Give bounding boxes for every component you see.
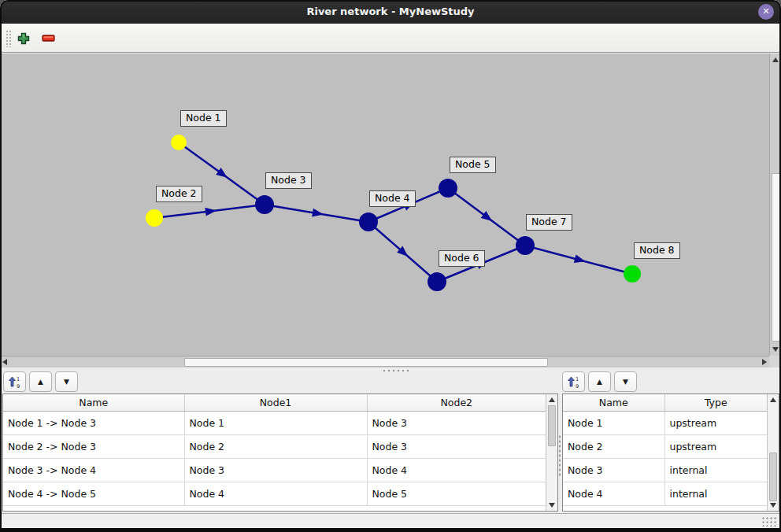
- edges-table-scrollbar[interactable]: [546, 394, 557, 511]
- flow-direction-arrow-icon: [574, 254, 586, 263]
- edges-sort-button[interactable]: 1 9: [3, 371, 26, 392]
- node-label[interactable]: Node 3: [265, 172, 312, 189]
- vertical-scroll-thumb[interactable]: [772, 173, 780, 342]
- graph-node[interactable]: [624, 265, 641, 283]
- node-label[interactable]: Node 4: [369, 190, 416, 207]
- nodes-move-up-button[interactable]: ▲: [588, 371, 611, 392]
- table-cell[interactable]: Node 3: [184, 458, 367, 482]
- toolbar-grip-handle[interactable]: [6, 30, 12, 47]
- graph-node[interactable]: [255, 195, 274, 214]
- table-cell[interactable]: Node 4 -> Node 5: [3, 482, 184, 505]
- scroll-thumb[interactable]: [548, 405, 556, 446]
- river-network-window: River network - MyNewStudy ✕ Node 1Node …: [0, 0, 781, 532]
- table-row[interactable]: Node 3 -> Node 4Node 3Node 4: [3, 458, 546, 482]
- table-row[interactable]: Node 4internal: [563, 482, 767, 505]
- tables-splitter-handle[interactable]: [558, 434, 561, 477]
- scroll-left-icon[interactable]: [2, 359, 7, 365]
- table-cell[interactable]: Node 3: [367, 434, 546, 458]
- splitter-handle[interactable]: [382, 369, 409, 372]
- table-cell[interactable]: Node 3: [563, 458, 664, 482]
- canvas-vertical-scrollbar[interactable]: [769, 54, 781, 356]
- add-node-button[interactable]: [14, 29, 33, 48]
- graph-node[interactable]: [171, 135, 187, 150]
- tables-panel: Name Node1 Node2 Node 1 -> Node 3Node 1N…: [0, 393, 781, 513]
- window-bottom-edge: [0, 528, 781, 532]
- graph-node[interactable]: [359, 212, 378, 231]
- plus-icon: [17, 32, 30, 45]
- window-title: River network - MyNewStudy: [0, 0, 781, 24]
- up-arrow-icon: ▲: [597, 378, 602, 386]
- graph-node[interactable]: [146, 209, 163, 227]
- nodes-move-down-button[interactable]: ▼: [614, 371, 637, 392]
- resize-grip[interactable]: [761, 516, 777, 526]
- node-label[interactable]: Node 7: [526, 214, 572, 231]
- table-cell[interactable]: Node 3 -> Node 4: [3, 458, 184, 482]
- nodes-table: Name Type Node 1upstreamNode 2upstreamNo…: [562, 393, 779, 512]
- scroll-down-icon[interactable]: [772, 347, 779, 352]
- status-bar: [0, 513, 781, 528]
- scroll-up-icon[interactable]: [549, 397, 555, 402]
- flow-direction-arrow-icon: [216, 168, 228, 178]
- table-row[interactable]: Node 3internal: [563, 458, 767, 482]
- column-header-name[interactable]: Name: [3, 394, 184, 411]
- nodes-table-scrollbar[interactable]: [767, 394, 779, 511]
- close-button[interactable]: ✕: [758, 4, 774, 20]
- node-label[interactable]: Node 6: [439, 250, 485, 267]
- horizontal-scroll-thumb[interactable]: [184, 358, 548, 367]
- svg-text:1: 1: [17, 375, 20, 382]
- down-arrow-icon: ▼: [64, 378, 69, 386]
- graph-node[interactable]: [428, 272, 446, 291]
- table-controls-panel: 1 9 ▲ ▼ 1 9 ▲ ▼: [0, 368, 781, 393]
- table-row[interactable]: Node 2 -> Node 3Node 2Node 3: [3, 434, 546, 458]
- up-arrow-icon: ▲: [38, 378, 43, 386]
- svg-text:9: 9: [17, 382, 20, 389]
- table-cell[interactable]: Node 4: [367, 458, 546, 482]
- scroll-thumb[interactable]: [769, 453, 777, 501]
- table-cell[interactable]: Node 3: [367, 411, 546, 434]
- table-row[interactable]: Node 1 -> Node 3Node 1Node 3: [3, 411, 546, 434]
- remove-node-button[interactable]: [39, 29, 58, 48]
- node-label[interactable]: Node 2: [156, 186, 202, 202]
- network-canvas[interactable]: Node 1Node 2Node 3Node 4Node 5Node 6Node…: [0, 54, 769, 356]
- table-row[interactable]: Node 4 -> Node 5Node 4Node 5: [3, 482, 546, 505]
- table-cell[interactable]: Node 1: [563, 411, 664, 434]
- graph-node[interactable]: [439, 179, 457, 198]
- close-icon: ✕: [762, 6, 769, 17]
- table-cell[interactable]: Node 2: [184, 434, 367, 458]
- column-header-name[interactable]: Name: [563, 394, 664, 411]
- table-cell[interactable]: internal: [664, 458, 767, 482]
- node-label[interactable]: Node 8: [634, 242, 680, 259]
- table-cell[interactable]: Node 2 -> Node 3: [3, 434, 184, 458]
- scroll-right-icon[interactable]: [762, 359, 767, 365]
- column-header-node1[interactable]: Node1: [184, 394, 367, 411]
- table-cell[interactable]: Node 5: [367, 482, 546, 505]
- edges-move-down-button[interactable]: ▼: [55, 371, 78, 392]
- column-header-node2[interactable]: Node2: [367, 394, 546, 411]
- nodes-sort-button[interactable]: 1 9: [562, 371, 585, 392]
- flow-direction-arrow-icon: [481, 211, 493, 221]
- table-cell[interactable]: Node 4: [563, 482, 664, 505]
- canvas-horizontal-scrollbar[interactable]: [0, 356, 769, 368]
- table-cell[interactable]: upstream: [664, 434, 767, 458]
- node-label[interactable]: Node 1: [180, 110, 227, 127]
- scroll-up-icon[interactable]: [772, 57, 779, 62]
- toolbar: [0, 24, 781, 53]
- table-cell[interactable]: Node 4: [184, 482, 367, 505]
- graph-node[interactable]: [516, 236, 535, 255]
- table-cell[interactable]: Node 2: [563, 434, 664, 458]
- scroll-down-icon[interactable]: [770, 503, 776, 508]
- table-cell[interactable]: Node 1 -> Node 3: [3, 411, 184, 434]
- scroll-down-icon[interactable]: [549, 503, 555, 508]
- edges-move-up-button[interactable]: ▲: [29, 371, 52, 392]
- node-label[interactable]: Node 5: [450, 157, 496, 173]
- flow-direction-arrow-icon: [205, 208, 217, 216]
- scrollbar-corner: [769, 356, 781, 368]
- scroll-up-icon[interactable]: [770, 397, 776, 402]
- column-header-type[interactable]: Type: [664, 394, 767, 411]
- table-cell[interactable]: upstream: [664, 411, 767, 434]
- table-cell[interactable]: Node 1: [184, 411, 367, 434]
- table-row[interactable]: Node 1upstream: [563, 411, 767, 434]
- table-row[interactable]: Node 2upstream: [563, 434, 767, 458]
- sort-ascending-icon: 1 9: [567, 375, 580, 389]
- table-cell[interactable]: internal: [664, 482, 767, 505]
